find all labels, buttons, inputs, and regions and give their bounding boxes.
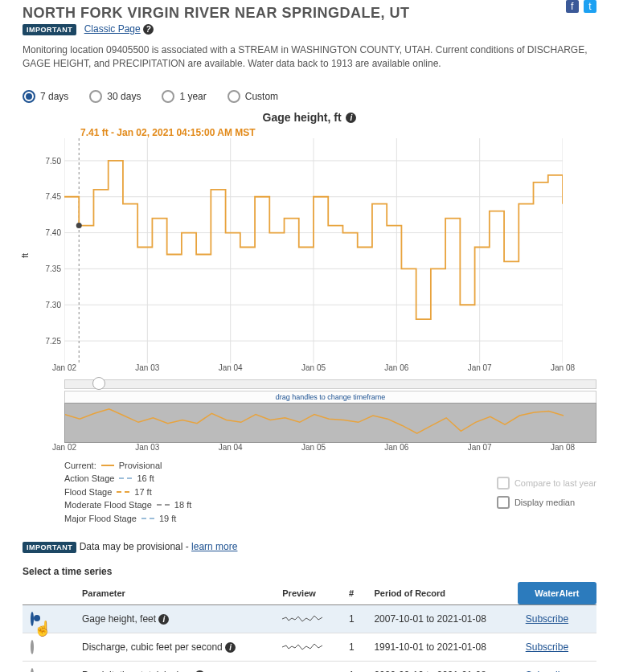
preview-cell: [274, 605, 341, 633]
important-badge: IMPORTANT: [23, 542, 76, 553]
radio-7days[interactable]: 7 days: [23, 90, 68, 103]
count-cell: 1: [341, 633, 367, 662]
radio-cell[interactable]: ☝: [23, 605, 74, 633]
provisional-text: Data may be provisional -: [80, 541, 191, 552]
compare-checkbox[interactable]: Compare to last year: [497, 477, 596, 490]
table-row[interactable]: ☝Gage height, feet i12007-10-01 to 2021-…: [23, 605, 596, 633]
radio-label: 1 year: [179, 91, 206, 102]
radio-label: Custom: [245, 91, 278, 102]
drag-note: drag handles to change timeframe: [64, 391, 596, 403]
main-chart[interactable]: ft 7.257.307.357.407.457.50 Jan 02Jan 03…: [23, 138, 596, 373]
period-cell: 1991-10-01 to 2021-01-08: [366, 633, 517, 662]
col-wateralert: WaterAlert: [518, 582, 596, 604]
alert-cell: Subscribe: [518, 605, 596, 633]
learn-more-link[interactable]: learn more: [191, 541, 237, 552]
param-cell: Gage height, feet i: [74, 605, 274, 633]
radio-cell[interactable]: [23, 633, 74, 662]
description-text: Monitoring location 09405500 is associat…: [23, 43, 596, 71]
count-cell: 1: [341, 662, 367, 672]
table-row[interactable]: Discharge, cubic feet per second i11991-…: [23, 633, 596, 662]
chart-tooltip: 7.41 ft - Jan 02, 2021 04:15:00 AM MST: [80, 127, 596, 138]
col-count: #: [341, 582, 367, 605]
classic-page-link[interactable]: Classic Page: [84, 23, 141, 35]
checkbox-label: Compare to last year: [514, 478, 596, 488]
info-icon[interactable]: ?: [143, 24, 154, 35]
table-heading: Select a time series: [23, 566, 596, 577]
radio-icon[interactable]: [31, 640, 34, 654]
radio-label: 30 days: [107, 91, 141, 102]
range-radio-group: 7 days 30 days 1 year Custom: [23, 90, 596, 103]
info-icon[interactable]: i: [346, 113, 356, 123]
info-icon[interactable]: i: [225, 642, 236, 653]
preview-cell: [274, 662, 341, 672]
svg-point-14: [76, 223, 82, 228]
radio-icon[interactable]: [31, 668, 34, 672]
checkbox-label: Display median: [514, 498, 575, 507]
alert-cell: Subscribe: [518, 662, 596, 672]
radio-label: 7 days: [40, 91, 68, 102]
radio-30days[interactable]: 30 days: [89, 90, 141, 103]
timeseries-table: Parameter Preview # Period of Record Wat…: [23, 582, 596, 672]
sparkline-icon: [282, 613, 322, 625]
subscribe-link[interactable]: Subscribe: [526, 613, 568, 625]
sparkline-icon: [282, 641, 322, 653]
twitter-icon[interactable]: t: [584, 0, 596, 13]
radio-custom[interactable]: Custom: [228, 90, 278, 103]
subscribe-link[interactable]: Subscribe: [526, 641, 568, 653]
page-title: NORTH FORK VIRGIN RIVER NEAR SPRINGDALE,…: [23, 5, 410, 22]
table-row[interactable]: Precipitation, total, inches i12020-09-1…: [23, 662, 596, 672]
preview-cell: [274, 633, 341, 662]
chart-options: Compare to last year Display median: [497, 477, 596, 515]
count-cell: 1: [341, 605, 367, 633]
slider-track[interactable]: [64, 379, 596, 389]
info-icon[interactable]: i: [158, 614, 169, 625]
slider-handle[interactable]: [92, 377, 105, 390]
period-cell: 2007-10-01 to 2021-01-08: [366, 605, 517, 633]
col-parameter: Parameter: [74, 582, 274, 605]
col-period: Period of Record: [366, 582, 517, 605]
social-icons: f t: [564, 0, 596, 13]
chart-title: Gage height, ft i: [23, 111, 596, 124]
facebook-icon[interactable]: f: [566, 0, 579, 13]
median-checkbox[interactable]: Display median: [497, 496, 596, 509]
param-cell: Discharge, cubic feet per second i: [74, 633, 274, 662]
period-cell: 2020-09-10 to 2021-01-08: [366, 662, 517, 672]
important-badge: IMPORTANT: [23, 24, 76, 35]
radio-1year[interactable]: 1 year: [162, 90, 206, 103]
alert-cell: Subscribe: [518, 633, 596, 662]
overview-chart[interactable]: [64, 403, 596, 443]
radio-cell[interactable]: [23, 662, 74, 672]
param-cell: Precipitation, total, inches i: [74, 662, 274, 672]
col-preview: Preview: [274, 582, 341, 605]
